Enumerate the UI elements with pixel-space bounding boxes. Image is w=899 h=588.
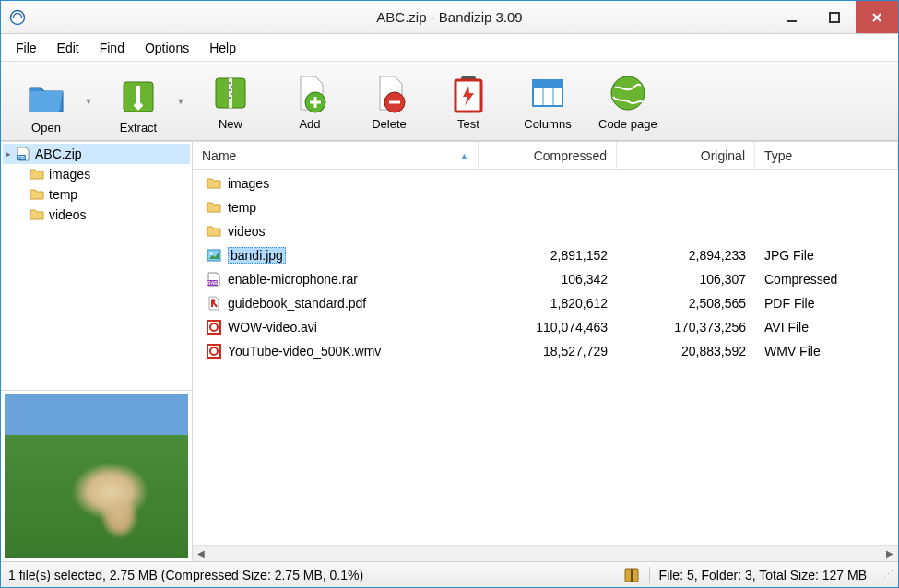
expand-icon[interactable]: ▸ (6, 149, 11, 159)
file-type: AVI File (755, 320, 898, 335)
svg-rect-10 (228, 97, 231, 99)
header-type-label: Type (764, 148, 792, 163)
columns-button[interactable]: Columns (512, 69, 584, 133)
resize-grip[interactable]: ⋰ (883, 569, 891, 581)
file-name: guidebook_standard.pdf (228, 296, 366, 311)
scroll-left-button[interactable]: ◀ (193, 546, 209, 562)
open-dropdown[interactable]: ▼ (82, 66, 95, 136)
columns-label: Columns (524, 117, 571, 131)
pdf-icon (206, 295, 222, 312)
minimize-button[interactable] (771, 1, 813, 33)
folder-icon (29, 206, 45, 223)
svg-point-19 (611, 76, 645, 110)
archive-status-icon (623, 567, 640, 583)
header-original[interactable]: Original (617, 142, 755, 169)
horizontal-scrollbar[interactable]: ◀ ▶ (193, 545, 898, 561)
tree-label: temp (49, 187, 77, 202)
header-name[interactable]: Name ▲ (193, 142, 479, 169)
file-row[interactable]: WOW-video.avi110,074,463170,373,256AVI F… (193, 315, 898, 339)
add-button[interactable]: Add (274, 69, 346, 133)
file-row[interactable]: bandi.jpg2,891,1522,894,233JPG File (193, 243, 898, 267)
toolbar: Open ▼ Extract ▼ New Add Delete Te (1, 62, 898, 141)
file-name: WOW-video.avi (228, 320, 317, 335)
file-original: 106,307 (617, 272, 755, 287)
file-name: YouTube-video_500K.wmv (228, 344, 381, 359)
extract-dropdown[interactable]: ▼ (174, 66, 187, 136)
folder-icon (206, 223, 222, 240)
window-controls (771, 1, 898, 33)
open-button[interactable]: Open (10, 73, 82, 136)
file-row[interactable]: videos (193, 219, 898, 243)
svg-text:ZIP: ZIP (18, 155, 25, 160)
menu-file[interactable]: File (6, 37, 46, 59)
preview-pane (1, 390, 192, 561)
file-row[interactable]: RARenable-microphone.rar106,342106,307Co… (193, 267, 898, 291)
tree-root[interactable]: ▸ ZIP ABC.zip (3, 144, 190, 164)
file-compressed: 106,342 (479, 272, 617, 287)
tree-folder[interactable]: images (3, 164, 190, 184)
test-button[interactable]: Test (432, 69, 504, 133)
folder-tree[interactable]: ▸ ZIP ABC.zip images temp videos (1, 142, 192, 390)
file-row[interactable]: temp (193, 195, 898, 219)
header-compressed[interactable]: Compressed (479, 142, 617, 169)
menu-find[interactable]: Find (90, 37, 134, 59)
header-name-label: Name (202, 148, 236, 163)
close-button[interactable] (856, 1, 898, 33)
file-name: enable-microphone.rar (228, 272, 358, 287)
globe-icon (606, 71, 650, 115)
menu-help[interactable]: Help (200, 37, 245, 59)
tree-label: images (49, 167, 90, 182)
file-rows[interactable]: imagestempvideosbandi.jpg2,891,1522,894,… (193, 170, 898, 545)
scroll-right-button[interactable]: ▶ (881, 546, 898, 562)
open-folder-icon (24, 75, 68, 119)
test-icon (446, 71, 491, 115)
file-row[interactable]: YouTube-video_500K.wmv18,527,72920,883,5… (193, 339, 898, 363)
sort-asc-icon: ▲ (460, 151, 468, 160)
svg-rect-6 (228, 82, 231, 84)
video-icon (206, 319, 222, 335)
extract-button[interactable]: Extract (102, 73, 174, 136)
folder-icon (29, 186, 45, 203)
file-row[interactable]: guidebook_standard.pdf1,820,6122,508,565… (193, 291, 898, 315)
zip-file-icon: ZIP (15, 146, 31, 162)
file-row[interactable]: images (193, 171, 898, 195)
file-type: PDF File (755, 296, 898, 311)
new-label: New (219, 117, 242, 131)
header-original-label: Original (701, 148, 745, 163)
delete-icon (367, 71, 411, 115)
dog-image (69, 463, 161, 545)
new-button[interactable]: New (195, 69, 266, 133)
tree-folder[interactable]: videos (3, 205, 190, 225)
header-type[interactable]: Type (755, 142, 898, 169)
delete-button[interactable]: Delete (353, 69, 425, 133)
header-compressed-label: Compressed (534, 148, 607, 163)
codepage-button[interactable]: Code page (591, 69, 665, 133)
folder-icon (206, 175, 222, 192)
svg-rect-2 (830, 13, 839, 22)
tree-folder[interactable]: temp (3, 184, 190, 205)
maximize-button[interactable] (813, 1, 856, 33)
menu-edit[interactable]: Edit (48, 37, 89, 59)
columns-icon (526, 71, 570, 115)
file-name: videos (228, 224, 265, 239)
file-original: 20,883,592 (617, 344, 755, 359)
codepage-label: Code page (598, 117, 657, 131)
column-headers: Name ▲ Compressed Original Type (193, 142, 898, 170)
svg-rect-16 (533, 80, 562, 88)
window-title: ABC.zip - Bandizip 3.09 (376, 9, 522, 25)
test-label: Test (457, 117, 479, 131)
status-selection: 1 file(s) selected, 2.75 MB (Compressed … (8, 568, 363, 582)
file-original: 170,373,256 (617, 320, 755, 335)
app-icon (8, 8, 27, 27)
file-type: WMV File (755, 344, 898, 359)
status-totals: File: 5, Folder: 3, Total Size: 127 MB (659, 568, 867, 582)
jpg-icon (206, 247, 222, 264)
status-bar: 1 file(s) selected, 2.75 MB (Compressed … (1, 561, 898, 587)
delete-label: Delete (372, 117, 407, 131)
svg-rect-7 (231, 86, 233, 88)
file-compressed: 18,527,729 (479, 344, 617, 359)
menu-options[interactable]: Options (136, 37, 198, 59)
add-icon (288, 71, 332, 115)
title-bar: ABC.zip - Bandizip 3.09 (1, 1, 898, 34)
file-original: 2,508,565 (617, 296, 755, 311)
